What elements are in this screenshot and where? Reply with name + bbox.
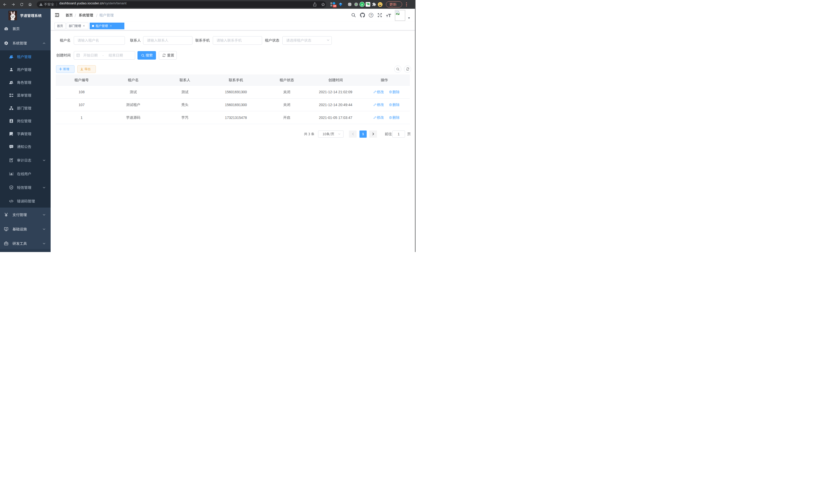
svg-text:y: y — [361, 3, 363, 6]
svg-text:?: ? — [370, 14, 372, 17]
